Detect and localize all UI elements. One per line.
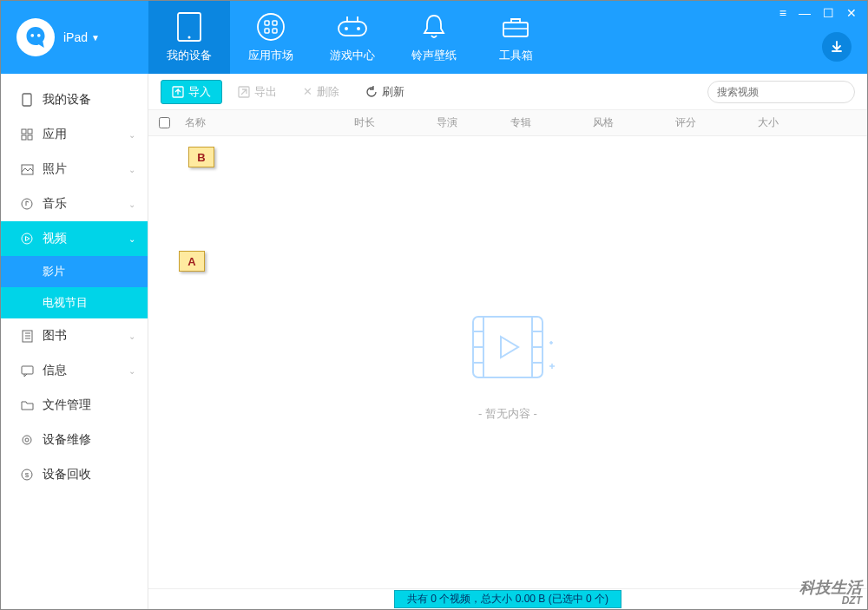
phone-icon (20, 93, 34, 107)
sidebar-item-label: 设备维修 (43, 432, 91, 448)
sidebar-subitem-label: 电视节目 (43, 295, 88, 311)
col-rating[interactable]: 评分 (670, 115, 753, 130)
sidebar-subitem-movies[interactable]: 影片 (1, 256, 148, 287)
tab-label: 我的设备 (167, 48, 212, 63)
svg-rect-6 (273, 21, 277, 25)
close-button[interactable]: ✕ (846, 6, 857, 20)
col-size[interactable]: 大小 (753, 115, 822, 130)
sidebar-item-label: 照片 (43, 161, 67, 177)
tablet-icon (174, 11, 205, 43)
chevron-down-icon: ⌄ (128, 234, 135, 244)
svg-point-13 (357, 27, 360, 30)
recycle-icon: $ (20, 468, 34, 482)
toolbox-icon (500, 11, 531, 43)
refresh-icon (365, 86, 378, 98)
music-icon (20, 197, 34, 211)
maximize-button[interactable]: ☐ (823, 6, 834, 20)
svg-point-23 (22, 233, 32, 244)
svg-rect-20 (28, 135, 32, 140)
button-label: 刷新 (382, 84, 404, 100)
column-header: 名称 时长 导演 专辑 风格 评分 大小 (148, 110, 867, 136)
logo-area: iPad ▼ (1, 1, 148, 74)
sidebar-item-recycle[interactable]: $ 设备回收 (1, 457, 148, 492)
search-input[interactable] (717, 86, 847, 98)
tab-label: 应用市场 (248, 48, 293, 63)
device-selector[interactable]: iPad ▼ (63, 30, 100, 44)
tab-toolbox[interactable]: 工具箱 (475, 1, 556, 74)
svg-rect-5 (265, 21, 269, 25)
tab-my-device[interactable]: 我的设备 (148, 1, 230, 74)
device-label-text: iPad (63, 30, 88, 44)
tab-ringtone-wallpaper[interactable]: 铃声壁纸 (393, 1, 475, 74)
col-name[interactable]: 名称 (180, 115, 349, 130)
download-button[interactable] (822, 32, 852, 62)
tab-label: 工具箱 (499, 48, 533, 63)
delete-icon: ✕ (303, 85, 312, 98)
search-box[interactable] (707, 81, 855, 103)
tab-app-market[interactable]: 应用市场 (230, 1, 312, 74)
svg-point-1 (37, 34, 41, 37)
chevron-down-icon: ⌄ (128, 366, 135, 376)
empty-video-icon (456, 304, 560, 390)
col-album[interactable]: 专辑 (505, 115, 588, 130)
download-icon (830, 40, 844, 54)
svg-rect-19 (22, 135, 26, 140)
gear-icon (20, 433, 34, 447)
svg-point-3 (188, 36, 191, 39)
col-duration[interactable]: 时长 (349, 115, 431, 130)
col-style[interactable]: 风格 (588, 115, 670, 130)
content-area: - 暂无内容 - A B (148, 136, 867, 588)
sidebar: 我的设备 应用 ⌄ 照片 ⌄ 音乐 ⌄ 视频 ⌄ (1, 74, 148, 609)
delete-button: ✕ 删除 (293, 80, 350, 104)
export-icon (238, 86, 250, 98)
chevron-down-icon: ⌄ (128, 165, 135, 174)
sidebar-item-device[interactable]: 我的设备 (1, 82, 148, 117)
sidebar-item-files[interactable]: 文件管理 (1, 388, 148, 423)
book-icon (20, 329, 34, 343)
svg-point-4 (258, 14, 284, 40)
nav-tabs: 我的设备 应用市场 游戏中心 铃声壁纸 工具箱 (148, 1, 556, 74)
tab-label: 游戏中心 (330, 48, 375, 63)
button-label: 导入 (188, 84, 211, 100)
button-label: 删除 (317, 84, 339, 100)
tab-game-center[interactable]: 游戏中心 (312, 1, 393, 74)
sidebar-item-repair[interactable]: 设备维修 (1, 423, 148, 457)
folder-icon (20, 398, 34, 412)
sidebar-subitem-label: 影片 (43, 264, 65, 279)
export-button: 导出 (227, 80, 287, 104)
svg-text:$: $ (25, 471, 30, 479)
sidebar-item-books[interactable]: 图书 ⌄ (1, 318, 148, 353)
svg-rect-18 (28, 129, 32, 134)
sidebar-item-video[interactable]: 视频 ⌄ (1, 221, 148, 256)
callout-b: B (188, 147, 214, 167)
svg-rect-7 (265, 29, 269, 33)
status-text: 共有 0 个视频，总大小 0.00 B (已选中 0 个) (394, 590, 621, 608)
dropdown-caret-icon: ▼ (91, 33, 100, 43)
select-all-checkbox[interactable] (159, 117, 170, 128)
chevron-down-icon: ⌄ (128, 130, 135, 140)
chevron-down-icon: ⌄ (128, 200, 135, 209)
refresh-button[interactable]: 刷新 (355, 80, 415, 104)
sidebar-item-label: 信息 (43, 363, 67, 378)
sidebar-item-messages[interactable]: 信息 ⌄ (1, 353, 148, 388)
sidebar-item-music[interactable]: 音乐 ⌄ (1, 187, 148, 221)
sidebar-item-label: 图书 (43, 328, 67, 344)
sidebar-item-apps[interactable]: 应用 ⌄ (1, 117, 148, 152)
col-director[interactable]: 导演 (431, 115, 505, 130)
tab-label: 铃声壁纸 (411, 48, 457, 63)
menu-icon[interactable]: ≡ (779, 6, 786, 20)
window-controls: ≡ ― ☐ ✕ (779, 6, 857, 20)
svg-point-29 (23, 436, 31, 444)
sidebar-item-label: 视频 (43, 231, 67, 246)
sidebar-item-photos[interactable]: 照片 ⌄ (1, 152, 148, 187)
status-bar: 共有 0 个视频，总大小 0.00 B (已选中 0 个) (148, 588, 867, 609)
button-label: 导出 (254, 84, 277, 100)
import-button[interactable]: 导入 (161, 80, 222, 104)
chevron-down-icon: ⌄ (128, 331, 135, 341)
video-icon (20, 232, 34, 246)
svg-point-12 (345, 27, 348, 30)
sidebar-item-label: 音乐 (43, 196, 67, 212)
sidebar-subitem-tv[interactable]: 电视节目 (1, 287, 148, 318)
minimize-button[interactable]: ― (799, 6, 811, 20)
svg-point-30 (25, 438, 29, 442)
